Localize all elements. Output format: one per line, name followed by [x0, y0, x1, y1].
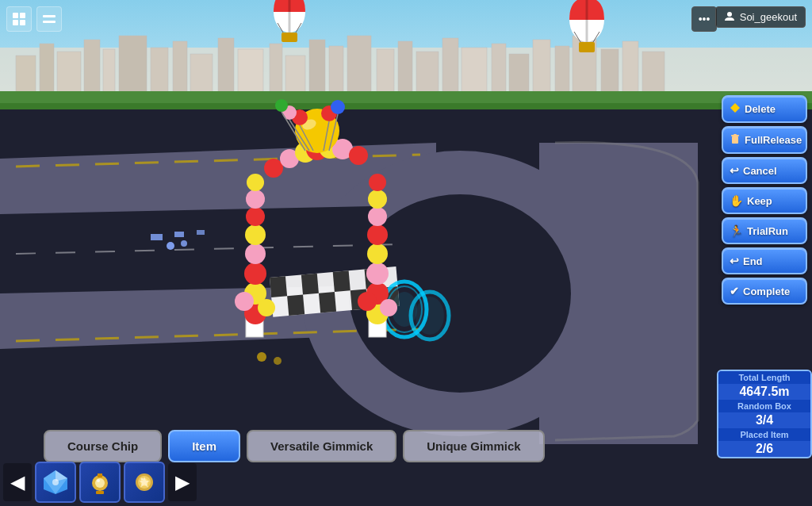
svg-point-84: [235, 292, 254, 311]
svg-point-111: [181, 240, 187, 247]
top-left-controls: [6, 6, 62, 32]
svg-point-73: [367, 224, 388, 245]
svg-rect-117: [20, 20, 25, 25]
svg-point-120: [727, 12, 732, 17]
svg-point-75: [368, 190, 387, 209]
keep-icon: ✋: [730, 194, 743, 207]
placed-item-label: Placed Item: [718, 428, 810, 441]
tab-course-chip-label: Course Chip: [67, 439, 138, 453]
complete-button[interactable]: ✔ Complete: [722, 278, 807, 305]
svg-point-92: [275, 99, 288, 112]
svg-point-87: [380, 299, 397, 316]
options-label: •••: [699, 13, 710, 25]
svg-point-112: [257, 352, 266, 362]
item-slot-1[interactable]: [35, 462, 76, 503]
stats-panel: Total Length 4647.5m Random Box 3/4 Plac…: [717, 370, 812, 458]
tab-unique-gimmick-label: Unique Gimmick: [427, 439, 520, 453]
total-length-label: Total Length: [718, 371, 810, 384]
profile-icon: [724, 10, 735, 21]
cancel-label: Cancel: [743, 165, 777, 177]
svg-rect-115: [20, 13, 25, 18]
tab-unique-gimmick[interactable]: Unique Gimmick: [403, 430, 544, 462]
tab-versatile-gimmick-label: Versatile Gimmick: [270, 439, 373, 453]
svg-point-86: [358, 292, 377, 311]
user-icon: [724, 10, 735, 24]
icon-button-2[interactable]: [36, 6, 62, 32]
end-icon: ↩: [730, 255, 739, 267]
bottom-tabs: Course Chip Item Versatile Gimmick Uniqu…: [0, 430, 710, 462]
svg-rect-119: [43, 21, 56, 23]
svg-point-72: [367, 243, 388, 264]
svg-rect-53: [197, 230, 205, 235]
icon-button-1[interactable]: [6, 6, 32, 32]
tab-course-chip[interactable]: Course Chip: [44, 430, 162, 462]
end-button[interactable]: ↩ End: [722, 247, 807, 274]
trialrun-button[interactable]: 🏃 TrialRun: [722, 217, 807, 244]
delete-button[interactable]: Delete: [722, 95, 807, 123]
trialrun-label: TrialRun: [747, 225, 788, 237]
fullrelease-icon: [730, 133, 741, 147]
svg-rect-114: [13, 13, 18, 18]
svg-point-83: [349, 146, 368, 165]
username-badge: Soi_geekout: [715, 6, 806, 28]
svg-rect-101: [282, 33, 297, 42]
svg-rect-118: [43, 15, 56, 17]
item-slot-3[interactable]: [124, 462, 165, 503]
delete-label: Delete: [745, 103, 776, 115]
svg-rect-124: [733, 134, 737, 136]
item-slot-2-icon: [85, 467, 115, 497]
username-text: Soi_geekout: [740, 11, 797, 23]
svg-rect-51: [151, 234, 163, 240]
keep-label: Keep: [747, 195, 772, 207]
svg-rect-130: [98, 473, 102, 477]
svg-rect-48: [319, 292, 336, 313]
svg-point-74: [368, 207, 387, 226]
svg-point-68: [247, 174, 264, 191]
random-box-value: 3/4: [718, 412, 810, 428]
next-arrow-icon: ▶: [175, 471, 190, 493]
options-area: •••: [691, 6, 717, 32]
fullrelease-button[interactable]: FullRelease: [722, 126, 807, 154]
prev-arrow[interactable]: ◀: [3, 463, 32, 501]
svg-point-113: [274, 357, 282, 365]
cancel-button[interactable]: ↩ Cancel: [722, 157, 807, 184]
tab-item[interactable]: Item: [168, 430, 240, 462]
delete-icon: [730, 102, 741, 116]
tab-item-label: Item: [192, 439, 216, 453]
prev-arrow-icon: ◀: [10, 471, 25, 493]
bottom-items-row: ◀ ▶: [0, 462, 710, 503]
svg-rect-131: [96, 491, 104, 494]
options-button[interactable]: •••: [691, 6, 717, 32]
complete-icon: ✔: [730, 285, 739, 297]
svg-point-94: [331, 100, 345, 114]
tab-versatile-gimmick[interactable]: Versatile Gimmick: [247, 430, 396, 462]
svg-point-65: [245, 224, 266, 245]
svg-point-58: [416, 297, 444, 335]
svg-rect-116: [13, 20, 18, 25]
svg-point-64: [245, 243, 266, 264]
fullrelease-label: FullRelease: [745, 134, 802, 146]
svg-point-132: [95, 478, 105, 488]
keep-button[interactable]: ✋ Keep: [722, 187, 807, 214]
svg-point-133: [97, 479, 100, 482]
svg-rect-44: [301, 274, 319, 295]
svg-point-85: [258, 299, 275, 316]
item-slot-3-icon: [129, 467, 159, 497]
trash-icon: [730, 133, 741, 144]
svg-rect-106: [579, 42, 595, 52]
svg-point-63: [244, 263, 266, 285]
cancel-icon: ↩: [730, 164, 739, 177]
next-arrow[interactable]: ▶: [168, 463, 197, 501]
svg-point-76: [369, 174, 386, 191]
item-slot-1-icon: [40, 467, 71, 497]
svg-point-128: [52, 479, 59, 485]
menu-icon: [42, 12, 56, 26]
grid-icon: [12, 12, 26, 26]
svg-point-66: [246, 207, 265, 226]
item-slot-2[interactable]: [79, 462, 121, 503]
svg-rect-47: [287, 294, 304, 316]
svg-point-77: [264, 159, 283, 178]
end-label: End: [743, 255, 763, 267]
svg-rect-43: [270, 276, 287, 297]
svg-marker-121: [730, 103, 740, 113]
